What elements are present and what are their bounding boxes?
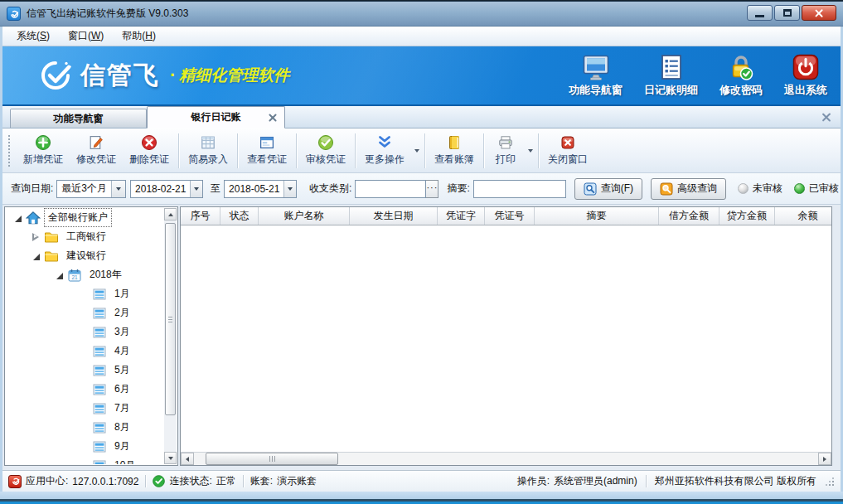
delete-icon	[141, 134, 157, 151]
toolbar-grip-handle[interactable]	[8, 135, 12, 167]
banner-action-journal-detail[interactable]: 日记账明细	[644, 53, 698, 98]
date-to-select[interactable]: 2018-05-21	[224, 180, 297, 198]
close-button[interactable]	[802, 5, 836, 21]
easy-entry-button[interactable]: 简易录入	[182, 131, 235, 171]
print-button[interactable]: 打印	[487, 131, 525, 171]
more-actions-button[interactable]: 更多操作	[358, 131, 411, 171]
tab-nav-window[interactable]: 功能导航窗	[10, 109, 147, 128]
chevron-down-icon[interactable]	[283, 181, 296, 197]
view-voucher-button[interactable]: 查看凭证	[240, 131, 293, 171]
tree-vertical-scrollbar[interactable]	[164, 208, 177, 464]
column-header[interactable]: 状态	[220, 207, 259, 225]
tree-item-month[interactable]: 9月	[6, 437, 164, 456]
tab-close-icon[interactable]	[269, 114, 277, 122]
table-horizontal-scrollbar[interactable]	[181, 452, 831, 465]
column-header[interactable]: 余额	[775, 207, 831, 225]
month-journal-icon	[92, 382, 107, 397]
brand-slogan: 精细化管理软件	[179, 65, 289, 86]
toolbar: 新增凭证 修改凭证 删除凭证 简易录入 查看凭证 审核凭证 更	[2, 128, 841, 173]
tree-item-label: 2018年	[86, 266, 125, 284]
menu-system[interactable]: 系统(S)	[7, 27, 59, 46]
chevron-down-icon[interactable]	[111, 181, 125, 197]
add-voucher-button[interactable]: 新增凭证	[17, 131, 70, 171]
summary-input[interactable]	[473, 180, 566, 198]
category-input[interactable]	[355, 180, 426, 198]
tree-item-label: 2月	[111, 304, 133, 322]
tree-item-month[interactable]: 1月	[6, 284, 164, 303]
calendar-icon: 21	[67, 268, 82, 283]
print-dropdown-icon[interactable]	[525, 131, 535, 171]
date-from-select[interactable]: 2018-02-21	[130, 180, 203, 198]
scroll-down-icon[interactable]	[164, 452, 177, 464]
brand-swoosh-icon	[39, 59, 72, 92]
scroll-up-icon[interactable]	[164, 208, 177, 220]
svg-text:21: 21	[71, 274, 78, 280]
tree-item-month[interactable]: 8月	[6, 418, 164, 437]
tree-item-month[interactable]: 2月	[6, 303, 164, 322]
tree-item-month[interactable]: 4月	[6, 342, 164, 361]
search-icon	[584, 182, 597, 196]
advanced-query-button[interactable]: 高级查询	[651, 178, 726, 200]
column-header[interactable]: 凭证字	[438, 207, 485, 225]
tree-item-ccb-bank[interactable]: 建设银行	[6, 246, 164, 265]
tabbar-close-icon[interactable]	[821, 113, 831, 122]
titlebar[interactable]: 信管飞出纳记账软件免费版 V9.0.303	[0, 2, 843, 27]
banner-action-change-password[interactable]: 修改密码	[719, 53, 763, 98]
audit-voucher-button[interactable]: 审核凭证	[299, 131, 352, 171]
grid-icon	[200, 134, 216, 151]
view-ledger-button[interactable]: 查看账簿	[428, 131, 481, 171]
tree-item-month[interactable]: 7月	[6, 399, 164, 418]
menu-help[interactable]: 帮助(H)	[113, 27, 165, 46]
column-header[interactable]: 借方金额	[659, 207, 719, 225]
close-window-button[interactable]: 关闭窗口	[541, 131, 594, 171]
edit-voucher-button[interactable]: 修改凭证	[70, 131, 123, 171]
app-logo-icon	[7, 7, 21, 21]
scroll-left-icon[interactable]	[181, 453, 194, 465]
tree-item-month[interactable]: 5月	[6, 361, 164, 380]
column-header[interactable]: 发生日期	[350, 207, 438, 225]
status-connection: 连接状态: 正常	[153, 474, 235, 488]
expand-toggle-icon[interactable]	[31, 251, 41, 261]
tree-item-all-bank-accounts[interactable]: 全部银行账户	[6, 208, 164, 227]
scrollbar-thumb[interactable]	[165, 223, 176, 415]
category-lookup-button[interactable]: ···	[426, 180, 438, 198]
column-header[interactable]: 贷方金额	[719, 207, 775, 225]
month-journal-icon	[92, 344, 107, 359]
toolbar-separator	[355, 133, 356, 168]
maximize-button[interactable]	[774, 5, 800, 21]
toolbar-separator	[483, 133, 484, 168]
column-header[interactable]: 序号	[181, 207, 220, 225]
banner-action-exit-system[interactable]: 退出系统	[784, 53, 827, 98]
main-area: 全部银行账户 工商银行 建设银行 21 2018年	[2, 205, 841, 470]
table-header-row: 序号 状态 账户名称 发生日期 凭证字 凭证号 摘要 借方金额 贷方金额 余额	[181, 207, 831, 225]
tree-item-month[interactable]: 10月	[6, 456, 164, 464]
chevron-down-icon[interactable]	[190, 181, 202, 197]
tree-item-label: 4月	[111, 342, 133, 360]
delete-voucher-button[interactable]: 删除凭证	[123, 131, 176, 171]
scroll-right-icon[interactable]	[818, 453, 831, 465]
category-label: 收支类别:	[309, 182, 351, 196]
query-button[interactable]: 查询(F)	[574, 178, 642, 200]
resize-grip[interactable]	[825, 477, 835, 487]
journal-icon	[657, 53, 686, 81]
column-header[interactable]: 凭证号	[485, 207, 535, 225]
tree-item-year-2018[interactable]: 21 2018年	[6, 265, 164, 284]
minimize-button[interactable]	[747, 5, 773, 21]
column-header[interactable]: 账户名称	[259, 207, 350, 225]
more-actions-dropdown-icon[interactable]	[411, 131, 422, 171]
tab-bank-journal[interactable]: 银行日记账	[147, 106, 285, 128]
menu-window[interactable]: 窗口(W)	[59, 27, 113, 46]
expand-toggle-icon[interactable]	[54, 270, 64, 280]
printer-icon	[497, 134, 514, 151]
expand-toggle-icon[interactable]	[12, 213, 22, 223]
tree-item-label: 建设银行	[63, 247, 109, 264]
banner-action-nav-window[interactable]: 功能导航窗	[569, 53, 623, 98]
tree-item-month[interactable]: 6月	[6, 380, 164, 399]
scrollbar-thumb[interactable]	[206, 453, 338, 465]
tree-item-month[interactable]: 3月	[6, 322, 164, 342]
tree-item-icbc-bank[interactable]: 工商银行	[6, 227, 164, 246]
folder-icon	[44, 249, 59, 264]
column-header[interactable]: 摘要	[535, 207, 659, 225]
date-preset-select[interactable]: 最近3个月	[56, 180, 126, 198]
expand-toggle-icon[interactable]	[31, 232, 41, 242]
